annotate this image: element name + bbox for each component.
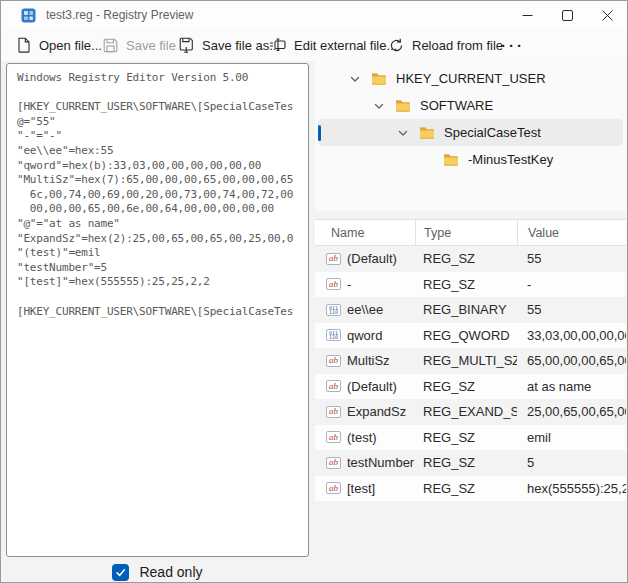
value-data: 33,03,00,00,00,00,00,00 <box>517 328 626 343</box>
window-title: test3.reg - Registry Preview <box>46 8 193 22</box>
value-type: REG_BINARY <box>415 302 517 317</box>
titlebar: test3.reg - Registry Preview <box>1 1 627 29</box>
string-value-icon: ab <box>326 406 341 418</box>
column-header-type[interactable]: Type <box>415 220 517 245</box>
reload-from-file-label: Reload from file <box>412 38 503 53</box>
string-value-icon: ab <box>326 355 341 367</box>
open-file-button[interactable]: Open file... <box>17 29 102 61</box>
reload-icon <box>389 38 404 53</box>
value-type: REG_SZ <box>415 455 517 470</box>
column-header-value[interactable]: Value <box>517 220 626 245</box>
binary-value-icon: 011110 <box>326 304 341 316</box>
value-data: 25,00,65,00,65,00,25,00 <box>517 404 626 419</box>
tree-item[interactable]: SOFTWARE <box>318 92 623 119</box>
value-type: REG_QWORD <box>415 328 517 343</box>
string-value-icon: ab <box>326 457 341 469</box>
value-type: REG_SZ <box>415 251 517 266</box>
string-value-icon: ab <box>326 278 341 290</box>
save-file-icon <box>103 38 118 53</box>
read-only-checkbox[interactable] <box>112 564 129 581</box>
value-data: 55 <box>517 251 626 266</box>
table-row[interactable]: ab 011110 (Default) REG_SZ at as name <box>315 374 626 400</box>
window-controls <box>507 1 627 29</box>
table-row[interactable]: ab 011110 (Default) REG_SZ 55 <box>315 246 626 272</box>
app-window: test3.reg - Registry Preview Open file..… <box>0 0 628 583</box>
table-row[interactable]: ab 011110 - REG_SZ - <box>315 272 626 298</box>
folder-icon <box>371 72 387 85</box>
reg-file-editor[interactable]: Windows Registry Editor Version 5.00 [HK… <box>6 63 309 557</box>
value-type: REG_MULTI_SZ <box>415 353 517 368</box>
tree-item[interactable]: SpecialCaseTest <box>318 119 623 146</box>
close-button[interactable] <box>587 1 627 29</box>
tree-item[interactable]: -MinusTestKey <box>318 146 623 173</box>
tree-item[interactable]: HKEY_CURRENT_USER <box>318 65 623 92</box>
tree-item-label: SOFTWARE <box>420 98 493 113</box>
value-type: REG_SZ <box>415 430 517 445</box>
footer-bar: Read only <box>6 560 309 583</box>
column-header-name[interactable]: Name <box>315 220 415 245</box>
string-value-icon: ab <box>326 253 341 265</box>
table-row[interactable]: ab 011110 ee\\ee REG_BINARY 55 <box>315 297 626 323</box>
folder-icon <box>443 153 459 166</box>
table-row[interactable]: ab 011110 (test) REG_SZ emil <box>315 425 626 451</box>
string-value-icon: ab <box>326 482 341 494</box>
chevron-down-icon[interactable] <box>397 127 409 139</box>
read-only-label: Read only <box>139 564 202 580</box>
value-type: REG_SZ <box>415 277 517 292</box>
value-name: [test] <box>347 481 375 496</box>
reg-file-text: Windows Registry Editor Version 5.00 [HK… <box>7 64 308 319</box>
value-data: hex(555555):25,25,2,2 <box>517 481 626 496</box>
values-grid-body: ab 011110 (Default) REG_SZ 55 ab 011110 … <box>315 246 626 501</box>
value-name: (Default) <box>347 379 397 394</box>
table-row[interactable]: ab 011110 MultiSz REG_MULTI_SZ 65,00,00,… <box>315 348 626 374</box>
string-value-icon: ab <box>326 431 341 443</box>
value-data: 65,00,00,00,65,00,00,00 <box>517 353 626 368</box>
folder-icon <box>395 99 411 112</box>
value-name: (Default) <box>347 251 397 266</box>
tree-item-label: HKEY_CURRENT_USER <box>396 71 546 86</box>
content-area: Windows Registry Editor Version 5.00 [HK… <box>1 61 627 582</box>
maximize-button[interactable] <box>547 1 587 29</box>
value-data: emil <box>517 430 626 445</box>
edit-external-file-button[interactable]: Edit external file... <box>269 29 397 61</box>
value-name: - <box>347 277 351 292</box>
tree-item-label: -MinusTestKey <box>468 152 553 167</box>
value-type: REG_SZ <box>415 379 517 394</box>
value-name: ee\\ee <box>347 302 383 317</box>
table-row[interactable]: ab 011110 [test] REG_SZ hex(555555):25,2… <box>315 476 626 502</box>
checkmark-icon <box>115 567 126 578</box>
value-data: at as name <box>517 379 626 394</box>
table-row[interactable]: ab 011110 ExpandSz REG_EXAND_SZ 25,00,65… <box>315 399 626 425</box>
value-data: - <box>517 277 626 292</box>
chevron-down-icon[interactable] <box>373 100 385 112</box>
value-type: REG_SZ <box>415 481 517 496</box>
value-data: 5 <box>517 455 626 470</box>
registry-tree: HKEY_CURRENT_USER SOFTWARE SpecialCaseTe… <box>315 61 626 211</box>
chevron-down-icon[interactable] <box>349 73 361 85</box>
open-file-label: Open file... <box>39 38 102 53</box>
save-file-button[interactable]: Save file <box>103 29 176 61</box>
binary-value-icon: 011110 <box>326 329 341 341</box>
value-name: testNumber <box>347 455 414 470</box>
tree-item-label: SpecialCaseTest <box>444 125 541 140</box>
values-grid: Name Type Value ab 011110 (Default) REG_… <box>315 211 626 582</box>
save-file-as-icon <box>179 37 194 53</box>
edit-external-file-icon <box>269 38 286 52</box>
open-file-icon <box>17 37 31 53</box>
table-row[interactable]: ab 011110 qword REG_QWORD 33,03,00,00,00… <box>315 323 626 349</box>
value-name: qword <box>347 328 382 343</box>
more-options-button[interactable]: ··· <box>501 29 525 61</box>
minimize-button[interactable] <box>507 1 547 29</box>
folder-icon <box>419 126 435 139</box>
string-value-icon: ab <box>326 380 341 392</box>
reload-from-file-button[interactable]: Reload from file <box>389 29 503 61</box>
value-data: 55 <box>517 302 626 317</box>
app-icon <box>21 8 36 23</box>
more-icon: ··· <box>501 37 525 54</box>
value-name: ExpandSz <box>347 404 406 419</box>
toolbar: Open file... Save file Save file as... <box>1 29 627 61</box>
table-row[interactable]: ab 011110 testNumber REG_SZ 5 <box>315 450 626 476</box>
value-type: REG_EXAND_SZ <box>415 404 517 419</box>
value-name: MultiSz <box>347 353 390 368</box>
save-file-as-button[interactable]: Save file as... <box>179 29 280 61</box>
